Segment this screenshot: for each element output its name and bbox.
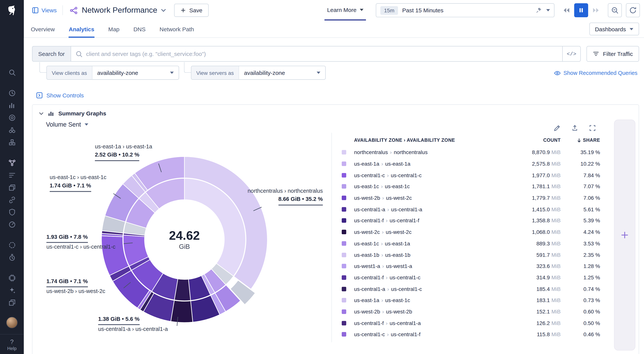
refresh-button[interactable] [626, 3, 640, 17]
table-row[interactable]: us-east-1a›us-east-1c183.1MiB0.73 % [342, 295, 600, 306]
show-controls-link[interactable]: Show Controls [36, 92, 639, 99]
search-icon[interactable] [4, 66, 19, 79]
table-row[interactable]: us-central1-f›us-central1-f1,358.8MiB5.3… [342, 215, 600, 226]
gauge-icon[interactable] [4, 218, 19, 230]
network-icon[interactable] [4, 157, 19, 169]
show-controls-icon [36, 92, 43, 99]
datadog-logo-icon[interactable] [4, 3, 20, 18]
clock-icon[interactable] [4, 87, 19, 99]
pencil-icon [554, 125, 561, 132]
cubes-icon[interactable] [4, 136, 19, 148]
table-row[interactable]: us-west-2c›us-west-2c1,068.0MiB4.24 % [342, 226, 600, 238]
sparkles-icon[interactable] [4, 284, 19, 296]
views-button[interactable]: Views [32, 7, 57, 14]
table-row[interactable]: us-west-2b›us-west-2b152.1MiB0.60 % [342, 306, 600, 317]
callout-value: 2.52 GiB • 10.2 % [95, 151, 140, 161]
count-unit: MiB [552, 172, 561, 178]
code-editor-button[interactable]: </> [562, 47, 580, 61]
chart-icon[interactable] [4, 99, 19, 111]
table-row[interactable]: us-central1-f›us-central1-a126.2MiB0.50 … [342, 317, 600, 329]
zone-column-header[interactable]: AVAILABILITY ZONE › AVAILABILITY ZONE [342, 138, 499, 143]
share-column-header[interactable]: SHARE [561, 138, 600, 143]
fullscreen-button[interactable] [589, 125, 596, 132]
dashboards-button[interactable]: Dashboards [589, 23, 639, 35]
table-row[interactable]: us-east-1c›us-east-1a889.3MiB3.53 % [342, 238, 600, 249]
save-button[interactable]: Save [174, 4, 208, 17]
table-row[interactable]: us-east-1a›us-east-1a2,575.8MiB10.22 % [342, 158, 600, 169]
view-servers-as-select[interactable]: availability-zone [239, 66, 326, 79]
views-label: Views [42, 7, 57, 14]
count-cell: 185.4MiB [499, 286, 561, 292]
avatar[interactable] [6, 317, 18, 328]
tab-overview[interactable]: Overview [31, 21, 55, 37]
server-zone: us-west-2b [386, 308, 412, 315]
search-input[interactable] [82, 51, 562, 57]
tab-map[interactable]: Map [108, 21, 120, 37]
pin-icon[interactable] [536, 7, 542, 14]
edit-button[interactable] [554, 125, 561, 132]
table-row[interactable]: us-central1-a›us-central1-a1,415.0MiB5.6… [342, 204, 600, 215]
count-cell: 1,068.0MiB [499, 229, 561, 235]
page-title[interactable]: Network Performance [70, 6, 166, 15]
refresh-icon [629, 7, 636, 14]
count-unit: MiB [552, 218, 561, 224]
shield-icon[interactable] [4, 206, 19, 218]
view-clients-as-select[interactable]: availability-zone [92, 66, 178, 79]
table-row[interactable]: us-central1-f›us-central1-c314.9MiB1.25 … [342, 272, 600, 283]
count-cell: 115.8MiB [499, 331, 561, 337]
count-unit: MiB [552, 195, 561, 201]
zoom-out-button[interactable] [608, 3, 622, 17]
table-row[interactable]: us-west-2b›us-west-2c1,779.7MiB7.06 % [342, 192, 600, 204]
table-row[interactable]: us-central1-c›us-central1-f115.8MiB0.46 … [342, 329, 600, 340]
tab-dns[interactable]: DNS [133, 21, 146, 37]
pause-button[interactable] [574, 3, 588, 17]
list-icon[interactable] [4, 169, 19, 181]
divider [62, 5, 63, 15]
sidebar-nav [0, 19, 24, 309]
filter-traffic-button[interactable]: Filter Traffic [586, 46, 639, 62]
chip-icon[interactable] [4, 271, 19, 284]
table-row[interactable]: northcentralus›northcentralus8,870.9MiB3… [342, 147, 600, 158]
sunburst-segment[interactable] [171, 300, 193, 322]
stopwatch-icon[interactable] [4, 251, 19, 263]
learn-more-dropdown[interactable]: Learn More [325, 0, 366, 20]
table-row[interactable]: us-east-1b›us-east-1b591.7MiB2.35 % [342, 249, 600, 260]
table-row[interactable]: us-central1-a›us-central1-c185.4MiB0.74 … [342, 283, 600, 295]
zone-pair-cell: us-east-1a›us-east-1a [354, 161, 499, 167]
count-column-header[interactable]: COUNT [499, 138, 561, 143]
help-button[interactable]: ? Help [0, 334, 24, 351]
row-color-swatch [342, 332, 346, 337]
tab-analytics[interactable]: Analytics [69, 21, 94, 37]
link-icon[interactable] [4, 193, 19, 206]
count-unit: MiB [552, 308, 561, 315]
rewind-button[interactable] [559, 3, 573, 17]
count-cell: 591.7MiB [499, 252, 561, 258]
tab-bar: Overview Analytics Map DNS Network Path … [24, 21, 644, 38]
zones-table: AVAILABILITY ZONE › AVAILABILITY ZONE CO… [332, 133, 639, 342]
server-zone: us-central1-f [390, 218, 419, 224]
tab-network-path[interactable]: Network Path [160, 21, 194, 37]
time-range-picker[interactable]: 15m Past 15 Minutes [376, 3, 554, 17]
tab-label: Network Path [160, 26, 194, 33]
copy-icon[interactable] [4, 296, 19, 308]
table-row[interactable]: us-central1-c›us-central1-c1,977.0MiB7.8… [342, 169, 600, 181]
share-cell: 0.73 % [561, 297, 600, 303]
sidebar: ? Help [0, 0, 24, 354]
dashed-circle-icon[interactable] [4, 239, 19, 251]
metric-select[interactable]: Volume Sent [46, 121, 88, 128]
table-row[interactable]: us-east-1c›us-east-1c1,781.1MiB7.07 % [342, 181, 600, 192]
export-button[interactable] [571, 125, 578, 132]
client-zone: us-west-2b [354, 308, 380, 315]
summary-graphs-header[interactable]: Summary Graphs [32, 105, 639, 119]
add-graph-button[interactable] [614, 120, 636, 350]
show-recommended-queries-link[interactable]: Show Recommended Queries [554, 70, 639, 76]
fast-forward-button[interactable] [589, 3, 603, 17]
windows-icon[interactable] [4, 181, 19, 193]
zoom-refresh-group [608, 3, 640, 17]
callout-value: 1.38 GiB • 5.6 % [98, 315, 140, 325]
tab-label: Overview [31, 26, 55, 33]
target-icon[interactable] [4, 111, 19, 124]
table-row[interactable]: us-west1-a›us-west1-a323.6MiB1.28 % [342, 260, 600, 272]
binoculars-icon[interactable] [4, 124, 19, 136]
fast-forward-icon [592, 8, 600, 13]
